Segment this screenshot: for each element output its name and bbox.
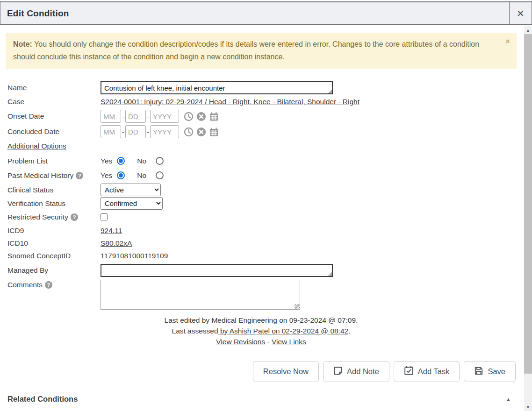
note-banner: Note: You should only change the conditi…: [6, 33, 517, 69]
concluded-year-input[interactable]: [150, 125, 179, 138]
links-separator: -: [265, 338, 272, 346]
concluded-month-input[interactable]: [101, 125, 121, 138]
clinical-status-label: Clinical Status: [7, 186, 101, 194]
problem-list-yes-radio[interactable]: [117, 157, 125, 165]
last-assessed-suffix: .: [348, 327, 350, 335]
dialog-title: Edit Condition: [0, 8, 69, 19]
verification-status-label: Verification Status: [7, 199, 101, 208]
pmh-no-label: No: [137, 171, 146, 180]
verification-status-select[interactable]: Confirmed: [101, 197, 163, 210]
dialog-body: Note: You should only change the conditi…: [0, 26, 524, 411]
save-button[interactable]: Save: [464, 361, 516, 382]
comments-help-icon[interactable]: ?: [45, 281, 52, 289]
date-separator: -: [122, 113, 124, 120]
past-medical-history-label: Past Medical History: [7, 171, 73, 180]
view-revisions-link[interactable]: View Revisions: [216, 338, 265, 346]
snomed-conceptid-label: Snomed ConceptID: [7, 252, 101, 260]
onset-now-clock-icon[interactable]: [184, 112, 194, 121]
resolve-now-label: Resolve Now: [263, 367, 309, 376]
onset-calendar-icon[interactable]: [209, 112, 219, 121]
date-separator: -: [147, 128, 149, 136]
note-label: Note:: [13, 40, 32, 48]
onset-day-input[interactable]: [125, 110, 146, 123]
icd9-link[interactable]: 924.11: [101, 227, 122, 235]
snomed-conceptid-link[interactable]: 11791081000119109: [101, 252, 168, 260]
date-separator: -: [122, 128, 124, 136]
problem-list-no-radio[interactable]: [156, 157, 164, 165]
add-note-button[interactable]: Add Note: [323, 361, 389, 382]
onset-date-label: Onset Date: [7, 112, 101, 120]
problem-list-yes-label: Yes: [101, 157, 112, 165]
restricted-security-help-icon[interactable]: ?: [71, 213, 78, 221]
add-task-button[interactable]: Add Task: [394, 361, 460, 382]
name-input[interactable]: [101, 81, 333, 94]
scroll-up-icon[interactable]: ▲: [524, 26, 532, 34]
clinical-status-select[interactable]: Active: [101, 184, 161, 196]
pmh-no-radio[interactable]: [156, 171, 164, 179]
pmh-yes-label: Yes: [101, 171, 112, 180]
additional-options-link[interactable]: Additional Options: [7, 142, 66, 150]
close-button[interactable]: ✕: [509, 2, 532, 24]
dialog-header: Edit Condition ✕: [0, 1, 532, 25]
vertical-scrollbar[interactable]: ▲ ▼: [524, 26, 532, 411]
save-label: Save: [488, 367, 505, 376]
edit-condition-dialog: Edit Condition ✕ Note: You should only c…: [0, 0, 532, 411]
concluded-day-input[interactable]: [125, 125, 146, 138]
last-assessed-prefix: Last assessed: [172, 327, 218, 335]
save-floppy-icon: [474, 366, 483, 377]
icd10-link[interactable]: S80.02xA: [101, 239, 132, 248]
condition-form: Name Case S2024-0001: Injury: 02-29-2024…: [7, 81, 524, 310]
audit-info: Last edited by Medical Engineering on 09…: [6, 315, 517, 347]
restricted-security-checkbox[interactable]: [101, 213, 108, 220]
onset-year-input[interactable]: [150, 110, 179, 123]
last-assessed-link[interactable]: by Ashish Patel on 02-29-2024 @ 08:42: [218, 327, 349, 335]
case-label: Case: [7, 98, 101, 106]
collapse-chevron-icon[interactable]: ▲: [506, 397, 511, 402]
case-link[interactable]: S2024-0001: Injury: 02-29-2024 / Head - …: [101, 98, 359, 106]
last-edited-text: Last edited by Medical Engineering on 09…: [6, 315, 517, 326]
icd9-label: ICD9: [7, 227, 101, 235]
icd10-label: ICD10: [7, 239, 101, 248]
managed-by-input[interactable]: [101, 264, 333, 277]
date-separator: -: [147, 113, 149, 120]
onset-clear-icon[interactable]: [196, 112, 206, 121]
concluded-clear-icon[interactable]: [196, 127, 206, 137]
concluded-calendar-icon[interactable]: [209, 127, 219, 137]
add-task-label: Add Task: [418, 367, 450, 376]
resolve-now-button[interactable]: Resolve Now: [253, 361, 319, 382]
concluded-now-clock-icon[interactable]: [184, 127, 194, 137]
onset-month-input[interactable]: [101, 110, 121, 123]
scroll-down-icon[interactable]: ▼: [524, 403, 532, 411]
pmh-yes-radio[interactable]: [117, 171, 125, 179]
action-buttons: Resolve Now Add Note Add Task Save: [0, 361, 516, 382]
note-text: You should only change the condition des…: [13, 40, 479, 61]
related-conditions-title: Related Conditions: [7, 395, 78, 404]
problem-list-no-label: No: [137, 157, 146, 165]
restricted-security-label: Restricted Security: [7, 213, 68, 221]
problem-list-label: Problem List: [7, 157, 101, 165]
name-label: Name: [7, 84, 101, 92]
managed-by-label: Managed By: [7, 266, 101, 275]
past-medical-history-help-icon[interactable]: ?: [76, 172, 83, 179]
comments-label: Comments: [7, 281, 43, 289]
view-links-link[interactable]: View Links: [272, 338, 306, 346]
concluded-date-label: Concluded Date: [7, 128, 101, 136]
close-icon: ✕: [517, 8, 525, 19]
comments-textarea[interactable]: [101, 280, 300, 310]
note-page-icon: [333, 366, 343, 377]
note-dismiss-icon[interactable]: ×: [505, 37, 510, 45]
scrollbar-thumb[interactable]: [524, 34, 532, 374]
calendar-check-icon: [404, 366, 414, 377]
add-note-label: Add Note: [347, 367, 379, 376]
related-conditions-section: Related Conditions ▲: [7, 395, 511, 404]
